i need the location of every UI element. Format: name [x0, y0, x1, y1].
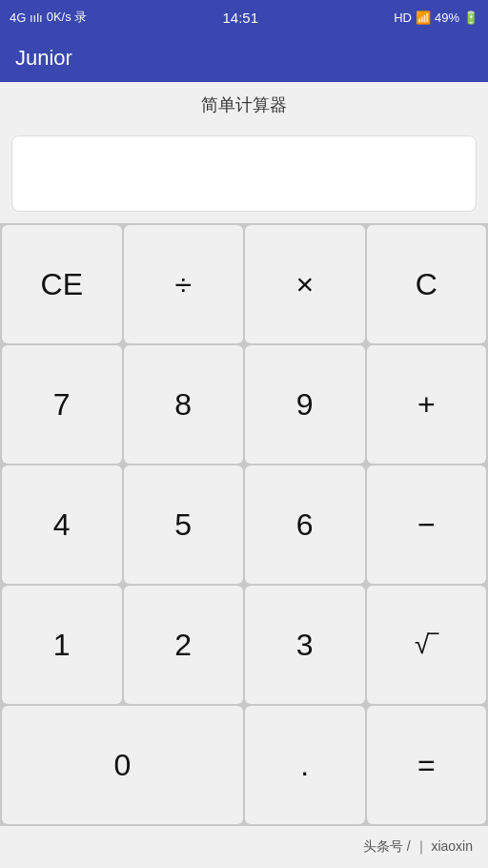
battery-icon: 🔋: [463, 10, 478, 25]
equals-button[interactable]: =: [367, 706, 487, 824]
minus-button[interactable]: −: [367, 465, 487, 584]
carrier-signal: 4G ıılı: [10, 10, 43, 25]
battery-indicator: 49%: [435, 10, 459, 25]
seven-button[interactable]: 7: [2, 345, 122, 464]
nine-button[interactable]: 9: [245, 345, 365, 464]
hd-indicator: HD: [394, 10, 412, 25]
app-name: Junior: [15, 46, 72, 71]
plus-button[interactable]: +: [367, 345, 487, 464]
calculator-title: 简单计算器: [0, 82, 488, 128]
calculator-display: [11, 135, 477, 212]
network-speed: 0K/s 录: [47, 9, 88, 26]
two-button[interactable]: 2: [124, 586, 244, 704]
eight-button[interactable]: 8: [124, 345, 244, 464]
clear-button[interactable]: C: [367, 225, 487, 343]
footer-text: 头条号 / ｜ xiaoxin: [363, 838, 473, 856]
status-left: 4G ıılı 0K/s 录: [10, 9, 87, 26]
status-bar: 4G ıılı 0K/s 录 14:51 HD 📶 49% 🔋: [0, 0, 488, 34]
button-grid: CE ÷ × C 7 8 9 + 4 5 6 − 1 2 3 √‾ 0 . =: [0, 223, 488, 826]
zero-button[interactable]: 0: [2, 706, 243, 824]
ce-button[interactable]: CE: [2, 225, 122, 343]
status-right: HD 📶 49% 🔋: [394, 10, 478, 25]
dot-button[interactable]: .: [245, 706, 365, 824]
one-button[interactable]: 1: [2, 586, 122, 704]
six-button[interactable]: 6: [245, 465, 365, 584]
four-button[interactable]: 4: [2, 465, 122, 584]
five-button[interactable]: 5: [124, 465, 244, 584]
wifi-icon: 📶: [416, 10, 431, 25]
divide-button[interactable]: ÷: [124, 225, 244, 343]
footer: 头条号 / ｜ xiaoxin: [0, 826, 488, 868]
three-button[interactable]: 3: [245, 586, 365, 704]
sqrt-button[interactable]: √‾: [367, 586, 487, 704]
multiply-button[interactable]: ×: [245, 225, 365, 343]
app-title-bar: Junior: [0, 34, 488, 82]
status-time: 14:51: [222, 10, 258, 26]
display-area: [0, 128, 488, 223]
